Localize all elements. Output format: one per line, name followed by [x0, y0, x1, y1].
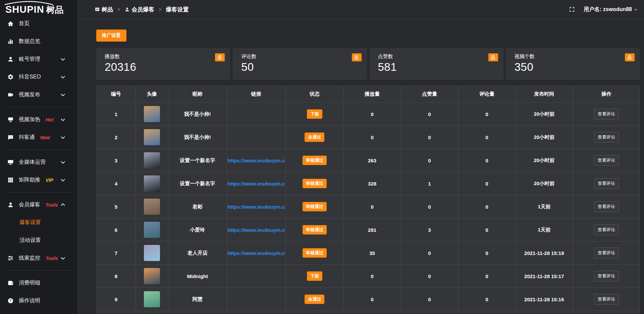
cell-plays: 328 [344, 172, 401, 195]
cell-status: 下架 [285, 265, 343, 288]
question-icon: ? [7, 298, 14, 304]
submenu-item-爆客设置[interactable]: 爆客设置 [0, 214, 77, 231]
status-badge: 下架 [307, 271, 322, 281]
status-badge: 审核通过 [303, 202, 327, 211]
monitor-icon [7, 159, 14, 165]
logo-text-cn: 树品 [46, 5, 64, 15]
profile-link[interactable]: https://www.iesdouyin.c [227, 204, 285, 210]
cell-likes: 0 [401, 195, 459, 218]
sidebar-item-操作说明[interactable]: ?操作说明 [0, 292, 77, 310]
sidebar-item-label: 矩阵助推 [19, 176, 40, 184]
sidebar-item-数据总览[interactable]: 数据总览 [0, 33, 77, 50]
cell-action: 查看评论 [573, 218, 640, 242]
sidebar-item-label: 会员爆客 [19, 201, 40, 208]
cell-id: 7 [97, 242, 136, 265]
status-badge: 审核通过 [303, 179, 327, 188]
breadcrumb-label: 会员爆客 [131, 6, 154, 13]
cell-link: https://www.iesdouyin.c [227, 149, 285, 172]
sliders-icon [7, 255, 14, 261]
sidebar-badge-tools: Tools [46, 202, 58, 208]
cell-nickname: 我不是小帅! [168, 126, 227, 149]
sidebar-badge-tools: Tools [46, 256, 58, 261]
sidebar-item-会员爆客[interactable]: 会员爆客Tools [0, 196, 77, 214]
stat-total-badge: 总 [352, 53, 362, 61]
svg-text:?: ? [9, 299, 11, 303]
breadcrumb-item-树品[interactable]: 树品 [95, 6, 113, 13]
table-row [97, 311, 640, 314]
table-row: 9阿慧未通过0002021-11-28 15:16查看评论 [97, 288, 640, 311]
submenu-item-活动设置[interactable]: 活动设置 [0, 231, 77, 249]
stat-value: 350 [515, 61, 640, 73]
topbar-right: 用户名: zswodun88 [569, 6, 638, 13]
cell-id [97, 311, 136, 314]
profile-link[interactable]: https://www.iesdouyin.c [227, 158, 285, 163]
view-comments-button[interactable]: 查看评论 [594, 178, 619, 189]
cell-comments: 0 [458, 126, 515, 149]
cell-nickname: 老人开店 [168, 242, 227, 265]
cell-plays: 35 [344, 242, 401, 265]
view-comments-button[interactable]: 查看评论 [594, 155, 619, 166]
table-body: 1我不是小帅!下架00020小时前查看评论2我不是小帅!未通过00020小时前查… [97, 103, 640, 314]
sidebar-item-全媒体运营[interactable]: 全媒体运营 [0, 153, 77, 171]
wallet-icon [7, 280, 14, 286]
breadcrumb-separator: > [159, 7, 161, 12]
stat-label: 点赞数 [378, 53, 503, 60]
cell-time: 20小时前 [515, 103, 573, 126]
sidebar-item-矩阵助推[interactable]: 矩阵助推VIP [0, 171, 77, 189]
view-comments-button[interactable]: 查看评论 [594, 248, 619, 258]
stat-card-评论数: 评论数50总 [233, 48, 367, 80]
username-dropdown[interactable]: 用户名: zswodun88 [584, 6, 638, 13]
profile-link[interactable]: https://www.iesdouyin.c [227, 181, 285, 187]
sidebar-item-消费明细[interactable]: 消费明细 [0, 274, 77, 292]
cell-nickname: 设置一个新名字 [168, 149, 227, 172]
sidebar-item-视频加热[interactable]: 视频加热Hot [0, 111, 77, 128]
chevron-down-icon [60, 56, 66, 62]
stat-card-视频个数: 视频个数350总 [506, 48, 640, 80]
promo-settings-button[interactable]: 推广设置 [96, 30, 126, 42]
table-row: 4设置一个新名字https://www.iesdouyin.c审核通过32810… [97, 172, 640, 195]
cell-time: 2021-11-28 15:17 [515, 265, 573, 288]
breadcrumb: 树品>会员爆客>爆客设置 [95, 6, 189, 13]
sidebar-item-账号管理[interactable]: 账号管理 [0, 50, 77, 68]
stat-value: 50 [241, 61, 367, 73]
cell-status: 未通过 [285, 126, 343, 149]
sidebar-item-视频发布[interactable]: 视频发布 [0, 86, 77, 104]
column-header-操作: 操作 [573, 86, 640, 103]
cell-status: 审核通过 [285, 242, 343, 265]
view-comments-button[interactable]: 查看评论 [594, 109, 619, 119]
submenu-item-label: 活动设置 [19, 237, 41, 244]
cell-comments: 0 [458, 149, 515, 172]
cell-comments: 0 [458, 172, 515, 195]
column-header-播放量: 播放量 [344, 86, 401, 103]
breadcrumb-item-会员爆客[interactable]: 会员爆客 [124, 6, 154, 13]
cell-avatar [136, 218, 168, 242]
view-comments-button[interactable]: 查看评论 [594, 132, 619, 143]
grid-icon [7, 177, 14, 183]
user-icon [124, 7, 130, 12]
cell-id: 9 [97, 288, 136, 311]
sidebar-item-首页[interactable]: 首页 [0, 15, 77, 33]
sidebar-item-抖音SEO[interactable]: 抖音SEO [0, 68, 77, 86]
chevron-down-icon [634, 7, 638, 12]
view-comments-button[interactable]: 查看评论 [594, 224, 619, 235]
view-comments-button[interactable]: 查看评论 [594, 201, 619, 212]
avatar-image [144, 245, 160, 261]
view-comments-button[interactable]: 查看评论 [594, 271, 619, 281]
stat-card-播放数: 播放数20316总 [96, 48, 230, 80]
main-content: 推广设置 播放数20316总评论数50总点赞数581总视频个数350总 编号头像… [77, 19, 644, 314]
sidebar-item-线索监控[interactable]: 线索监控Tools [0, 249, 77, 267]
profile-link[interactable]: https://www.iesdouyin.c [227, 250, 285, 256]
cell-link: https://www.iesdouyin.c [227, 242, 285, 265]
cell-action: 查看评论 [573, 288, 640, 311]
cell-nickname: 我不是小帅! [168, 103, 227, 126]
status-badge: 审核通过 [303, 248, 327, 258]
accounts-table: 编号头像昵称链接状态播放量点赞量评论量发布时间操作 1我不是小帅!下架00020… [96, 86, 640, 314]
fullscreen-icon[interactable] [569, 6, 575, 12]
sidebar-item-抖客通[interactable]: 抖客通New [0, 128, 77, 146]
sidebar-item-label: 操作说明 [19, 297, 40, 304]
cell-comments: 0 [458, 195, 515, 218]
sidebar-item-label: 数据总览 [19, 38, 40, 45]
view-comments-button[interactable]: 查看评论 [594, 294, 619, 305]
sidebar-item-label: 全媒体运营 [19, 159, 46, 166]
profile-link[interactable]: https://www.iesdouyin.c [227, 227, 285, 233]
